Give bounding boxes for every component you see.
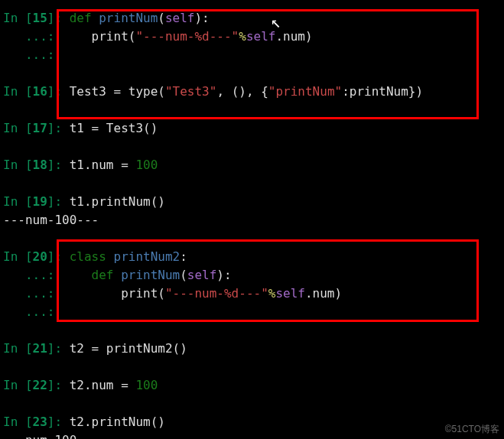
prompt-in: In [ <box>3 84 33 99</box>
paren-close: ): <box>216 268 231 282</box>
prompt-number: 16 <box>33 84 47 99</box>
number-literal: 100 <box>135 158 158 172</box>
expr: , (), { <box>216 84 268 99</box>
blank-line <box>3 321 501 340</box>
arg-self: self <box>165 11 195 25</box>
continuation-dots: ...: <box>3 29 62 44</box>
prompt-number: 23 <box>33 415 47 429</box>
arg-self: self <box>187 268 217 282</box>
prompt-close: ]: <box>47 11 70 25</box>
code-line: ...: <box>3 46 501 64</box>
string-literal: "Test3" <box>165 84 216 99</box>
code-line: ...: print("---num-%d---"%self.num) <box>3 285 501 303</box>
kw-def: def <box>70 11 99 25</box>
paren: ( <box>158 11 165 25</box>
op-mod: % <box>268 286 276 301</box>
prompt-close: ]: <box>47 194 70 209</box>
blank-line <box>3 101 501 119</box>
prompt-close: ]: <box>47 84 70 99</box>
watermark-label: ©51CTO博客 <box>445 422 499 436</box>
blank-line <box>3 64 501 83</box>
prompt-in: In [ <box>3 158 33 172</box>
number-literal: 100 <box>135 378 158 392</box>
prompt-close: ]: <box>47 341 70 356</box>
expr: t1.num = <box>70 158 136 172</box>
prompt-number: 19 <box>33 194 47 209</box>
prompt-in: In [ <box>3 341 33 356</box>
prompt-close: ]: <box>47 378 70 392</box>
output-line: ---num-100--- <box>3 431 501 439</box>
attr-num: .num) <box>305 286 342 301</box>
string-literal: "printNum" <box>268 84 342 99</box>
attr-num: .num) <box>275 29 312 44</box>
output-line: ---num-100--- <box>3 211 501 229</box>
blank-line <box>3 229 501 248</box>
code-line: In [21]: t2 = printNum2() <box>3 340 501 358</box>
string-literal: "---num-%d---" <box>165 286 268 301</box>
arg-self: self <box>275 286 305 301</box>
code-line: ...: print("---num-%d---"%self.num) <box>3 28 501 46</box>
code-line: In [20]: class printNum2: <box>3 248 501 266</box>
func-name: printNum <box>99 11 158 25</box>
continuation-dots: ...: <box>3 304 62 319</box>
class-name: printNum2 <box>114 249 180 264</box>
func-name: printNum <box>121 268 180 282</box>
arg-self: self <box>246 29 276 44</box>
paren: ( <box>180 268 187 282</box>
prompt-in: In [ <box>3 194 33 209</box>
kw-class: class <box>70 249 114 264</box>
kw-def: def <box>92 268 122 282</box>
code-line: In [15]: def printNum(self): <box>3 9 501 28</box>
continuation-dots: ...: <box>3 47 62 62</box>
code-line: In [16]: Test3 = type("Test3", (), {"pri… <box>3 83 501 101</box>
prompt-in: In [ <box>3 415 33 429</box>
colon: : <box>180 249 187 264</box>
paren-close: ): <box>194 11 209 25</box>
code-line: In [23]: t2.printNum() <box>3 413 501 431</box>
code-line: In [19]: t1.printNum() <box>3 193 501 211</box>
prompt-close: ]: <box>47 415 70 429</box>
blank-line <box>3 174 501 193</box>
prompt-in: In [ <box>3 11 33 25</box>
expr: t1.printNum() <box>70 194 165 209</box>
code-line: In [22]: t2.num = 100 <box>3 376 501 395</box>
prompt-number: 20 <box>33 249 47 264</box>
prompt-close: ]: <box>47 158 70 172</box>
prompt-close: ]: <box>47 121 70 135</box>
expr: t2.printNum() <box>70 415 165 429</box>
expr: t1 = Test3() <box>70 121 158 135</box>
blank-line <box>3 358 501 376</box>
expr: t2 = printNum2() <box>70 341 187 356</box>
expr: Test3 = type( <box>70 84 165 99</box>
prompt-number: 15 <box>33 11 47 25</box>
blank-line <box>3 138 501 156</box>
prompt-close: ]: <box>47 249 70 264</box>
code-line: ...: def printNum(self): <box>3 266 501 285</box>
code-line: In [18]: t1.num = 100 <box>3 156 501 174</box>
code-line: ...: <box>3 303 501 321</box>
call-print: print( <box>62 29 135 44</box>
continuation-dots: ...: <box>3 268 62 282</box>
continuation-dots: ...: <box>3 286 62 301</box>
prompt-in: In [ <box>3 378 33 392</box>
op-mod: % <box>239 29 246 44</box>
indent <box>62 268 92 282</box>
prompt-in: In [ <box>3 249 33 264</box>
expr: t2.num = <box>70 378 136 392</box>
prompt-number: 21 <box>33 341 47 356</box>
prompt-in: In [ <box>3 121 33 135</box>
prompt-number: 18 <box>33 158 47 172</box>
prompt-number: 17 <box>33 121 47 135</box>
blank-line <box>3 395 501 413</box>
prompt-number: 22 <box>33 378 47 392</box>
expr: :printNum}) <box>342 84 423 99</box>
call-print: print( <box>62 286 165 301</box>
string-literal: "---num-%d---" <box>135 29 239 44</box>
code-line: In [17]: t1 = Test3() <box>3 119 501 138</box>
